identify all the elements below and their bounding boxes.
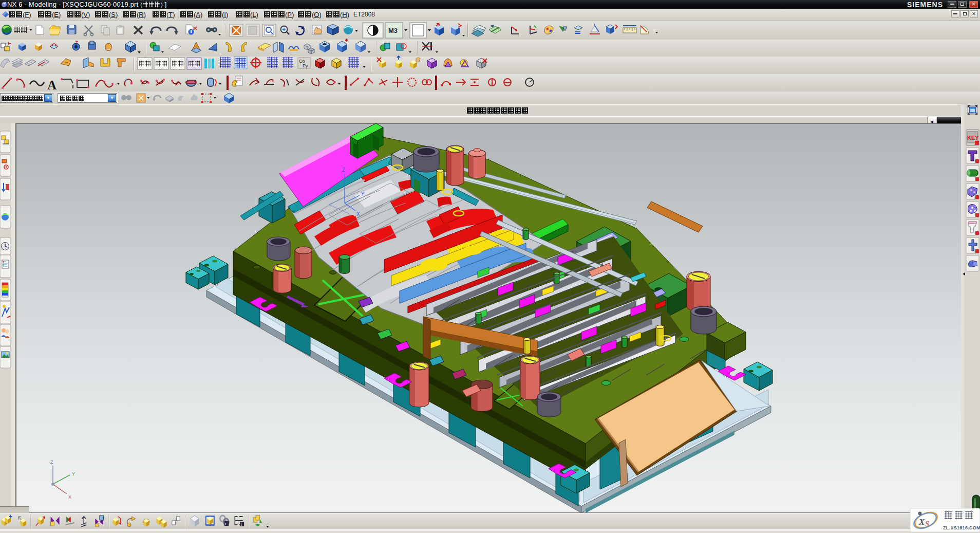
svg-text:S: S [925, 520, 929, 528]
svg-text:ZL.XS1616.COM: ZL.XS1616.COM [943, 525, 980, 530]
svg-text:X: X [918, 517, 925, 527]
